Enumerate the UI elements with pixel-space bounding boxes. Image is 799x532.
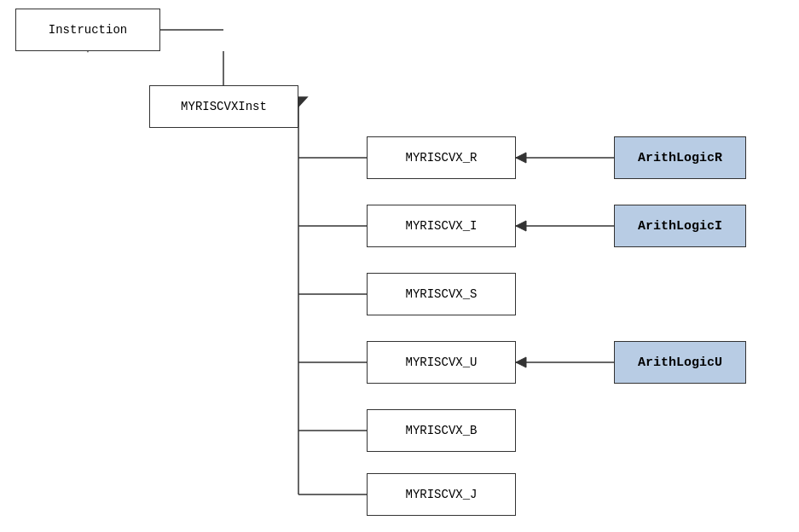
myriscvx-s-node: MYRISCVX_S	[367, 273, 516, 315]
svg-marker-17	[516, 221, 526, 231]
svg-marker-15	[516, 153, 526, 163]
myriscvxinst-node: MYRISCVXInst	[149, 85, 298, 128]
myriscvx-i-label: MYRISCVX_I	[405, 219, 477, 233]
arithlogici-label: ArithLogicI	[638, 219, 722, 234]
arithlogici-node: ArithLogicI	[614, 205, 746, 247]
myriscvxinst-label: MYRISCVXInst	[181, 100, 267, 113]
myriscvx-r-label: MYRISCVX_R	[405, 151, 477, 165]
instruction-node: Instruction	[15, 9, 160, 51]
arithlogicr-label: ArithLogicR	[638, 151, 722, 165]
instruction-label: Instruction	[49, 23, 127, 37]
myriscvx-i-node: MYRISCVX_I	[367, 205, 516, 247]
myriscvx-s-label: MYRISCVX_S	[405, 287, 477, 301]
arrows-svg	[0, 0, 799, 532]
arithlogicu-label: ArithLogicU	[638, 356, 722, 370]
myriscvx-b-node: MYRISCVX_B	[367, 409, 516, 452]
myriscvx-r-node: MYRISCVX_R	[367, 136, 516, 179]
myriscvx-u-node: MYRISCVX_U	[367, 341, 516, 384]
arithlogicr-node: ArithLogicR	[614, 136, 746, 179]
arithlogicu-node: ArithLogicU	[614, 341, 746, 384]
myriscvx-u-label: MYRISCVX_U	[405, 356, 477, 369]
myriscvx-j-node: MYRISCVX_J	[367, 473, 516, 516]
svg-marker-19	[516, 357, 526, 367]
diagram-container: Instruction MYRISCVXInst MYRISCVX_R MYRI…	[0, 0, 799, 532]
myriscvx-b-label: MYRISCVX_B	[405, 424, 477, 437]
myriscvx-j-label: MYRISCVX_J	[405, 488, 477, 501]
